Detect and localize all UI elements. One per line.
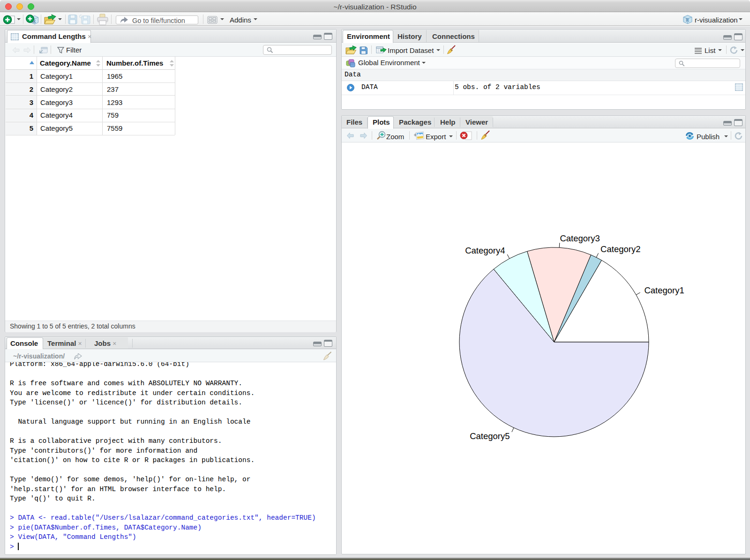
svg-text:Category1: Category1	[644, 285, 684, 295]
svg-text:Category3: Category3	[560, 233, 600, 243]
svg-text:Category5: Category5	[470, 431, 510, 441]
svg-text:Category4: Category4	[465, 246, 505, 255]
svg-text:Category2: Category2	[600, 244, 640, 254]
svg-text:R: R	[686, 17, 689, 22]
